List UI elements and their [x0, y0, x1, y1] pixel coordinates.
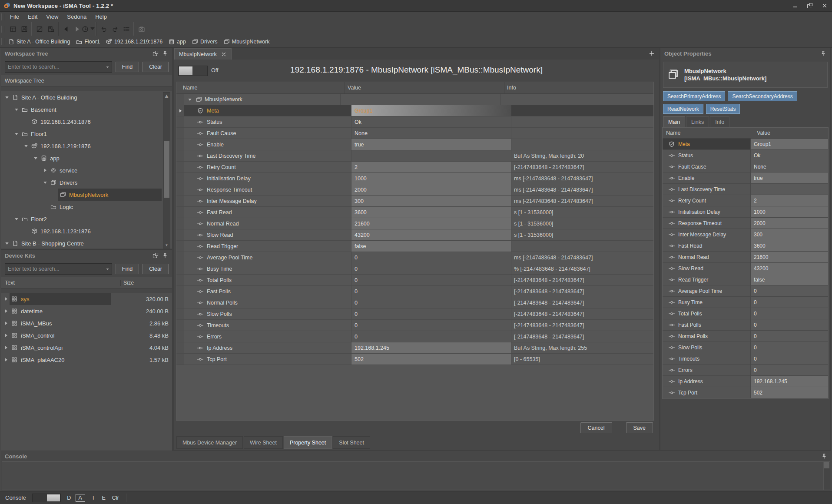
- device-kits-find-button[interactable]: Find: [116, 264, 139, 274]
- property-row-fast-read[interactable]: Fast Read3600s [1 - 31536000]: [176, 207, 653, 218]
- expander-icon[interactable]: [186, 97, 193, 102]
- expander-icon[interactable]: [3, 333, 10, 338]
- expander-icon[interactable]: [13, 107, 20, 112]
- sheet-tab-property-sheet[interactable]: Property Sheet: [284, 436, 332, 449]
- property-value[interactable]: 43200: [750, 263, 828, 274]
- console-scrollbar[interactable]: [823, 462, 830, 490]
- pin-icon[interactable]: [821, 453, 827, 459]
- console-output[interactable]: [2, 461, 830, 490]
- property-value[interactable]: 21600: [750, 252, 828, 262]
- expander-icon[interactable]: [3, 297, 10, 301]
- property-value[interactable]: 2000: [750, 218, 828, 229]
- column-header-info[interactable]: Info: [504, 82, 653, 93]
- expander-icon[interactable]: [3, 241, 10, 245]
- property-value[interactable]: 192.168.1.245: [750, 376, 828, 387]
- expander-icon[interactable]: [42, 180, 49, 185]
- kit-row-isma_mbus[interactable]: iSMA_MBus2.86 kB: [1, 317, 172, 329]
- console-filter-clr[interactable]: Clr: [112, 495, 119, 501]
- property-row-last-discovery-time[interactable]: Last Discovery TimeBuf As String, Max le…: [176, 150, 653, 162]
- property-row-timeouts[interactable]: Timeouts0[-2147483648 - 2147483647]: [176, 320, 653, 331]
- tree-node-logic[interactable]: Logic: [1, 201, 172, 213]
- property-row-status[interactable]: StatusOk: [176, 116, 653, 128]
- float-panel-icon[interactable]: [152, 50, 159, 56]
- tree-node-192-168-1-123-1876[interactable]: 192.168.1.123:1876: [1, 225, 172, 237]
- chevron-down-icon[interactable]: [106, 65, 109, 69]
- toolbar-grip[interactable]: [1, 26, 4, 33]
- breadcrumb-item[interactable]: MbusIpNetwork: [224, 39, 270, 45]
- menu-item-help[interactable]: Help: [91, 12, 111, 22]
- property-root-row[interactable]: MbusIpNetwork: [176, 94, 653, 105]
- object-property-row-tcp-port[interactable]: Tcp Port502: [663, 387, 828, 398]
- object-property-row-average-pool-time[interactable]: Average Pool Time0: [663, 285, 828, 297]
- pin-icon[interactable]: [162, 50, 168, 56]
- float-panel-icon[interactable]: [152, 252, 159, 259]
- close-button[interactable]: [817, 0, 832, 11]
- tab-links[interactable]: Links: [686, 116, 709, 128]
- breadcrumb-item[interactable]: 192.168.1.219:1876: [106, 39, 162, 45]
- property-row-normal-polls[interactable]: Normal Polls0[-2147483648 - 2147483647]: [176, 297, 653, 308]
- object-property-row-normal-polls[interactable]: Normal Polls0: [663, 331, 828, 342]
- property-value[interactable]: 502: [351, 354, 511, 365]
- searchsecondaryaddress-button[interactable]: SearchSecondaryAddress: [728, 91, 797, 101]
- object-property-row-slow-polls[interactable]: Slow Polls0: [663, 342, 828, 353]
- expander-icon[interactable]: [3, 345, 10, 350]
- property-row-inter-message-delay[interactable]: Inter Message Delay300ms [-2147483648 - …: [176, 196, 653, 207]
- object-property-row-busy-time[interactable]: Busy Time0: [663, 297, 828, 308]
- object-property-row-inter-message-delay[interactable]: Inter Message Delay300: [663, 229, 828, 240]
- object-property-row-normal-read[interactable]: Normal Read21600: [663, 252, 828, 263]
- property-row-fault-cause[interactable]: Fault CauseNone: [176, 128, 653, 139]
- save-button[interactable]: Save: [626, 422, 653, 433]
- tab-info[interactable]: Info: [710, 116, 729, 128]
- property-value[interactable]: 43200: [351, 229, 511, 240]
- object-property-row-ip-address[interactable]: Ip Address192.168.1.245: [663, 376, 828, 387]
- property-value[interactable]: Group1: [351, 105, 511, 116]
- object-property-row-response-timeout[interactable]: Response Timeout2000: [663, 218, 828, 229]
- tree-node-mbusipnetwork[interactable]: MbusIpNetwork: [1, 189, 172, 201]
- expander-icon[interactable]: [13, 217, 20, 221]
- tree-node-192-168-1-243-1876[interactable]: 192.168.1.243:1876: [1, 116, 172, 128]
- property-value[interactable]: 2: [750, 195, 828, 206]
- column-header-value[interactable]: Value: [754, 128, 828, 138]
- property-row-errors[interactable]: Errors0[-2147483648 - 2147483647]: [176, 331, 653, 342]
- tree-node-basement[interactable]: Basement: [1, 103, 172, 116]
- column-header-size[interactable]: Size: [121, 280, 172, 286]
- save-workspace-button[interactable]: [19, 24, 30, 34]
- pin-icon[interactable]: [162, 252, 168, 259]
- expander-icon[interactable]: [13, 132, 20, 136]
- property-value[interactable]: 21600: [351, 218, 511, 229]
- property-value[interactable]: 300: [750, 229, 828, 240]
- expander-icon[interactable]: [3, 321, 10, 325]
- object-property-row-slow-read[interactable]: Slow Read43200: [663, 263, 828, 274]
- console-filter-e[interactable]: E: [102, 495, 106, 501]
- history-button[interactable]: [83, 24, 94, 34]
- property-row-initialisation-delay[interactable]: Initialisation Delay1000ms [-2147483648 …: [176, 173, 653, 184]
- minimize-button[interactable]: [788, 0, 802, 11]
- property-row-fast-polls[interactable]: Fast Polls0[-2147483648 - 2147483647]: [176, 286, 653, 297]
- tree-node-floor2[interactable]: Floor2: [1, 213, 172, 225]
- property-value[interactable]: true: [750, 172, 828, 183]
- column-header-value[interactable]: Value: [345, 82, 504, 93]
- property-value[interactable]: 192.168.1.245: [351, 342, 511, 353]
- property-value[interactable]: 502: [750, 387, 828, 398]
- object-property-row-enable[interactable]: Enabletrue: [663, 172, 828, 184]
- scrollbar-thumb[interactable]: [164, 141, 169, 198]
- column-header-text[interactable]: Text: [1, 280, 121, 286]
- network-enable-toggle[interactable]: [178, 66, 208, 76]
- menu-item-view[interactable]: View: [42, 12, 63, 22]
- property-value[interactable]: 300: [351, 196, 511, 206]
- property-row-ip-address[interactable]: Ip Address192.168.1.245Buf As String, Ma…: [176, 342, 653, 354]
- sheet-tab-mbus-device-manager[interactable]: Mbus Device Manager: [176, 436, 243, 449]
- object-property-row-timeouts[interactable]: Timeouts0: [663, 353, 828, 365]
- property-row-slow-read[interactable]: Slow Read43200s [1 - 31536000]: [176, 229, 653, 241]
- kit-row-sys[interactable]: sys320.00 B: [1, 293, 172, 305]
- device-kits-search-input[interactable]: [5, 266, 106, 272]
- menu-item-sedona[interactable]: Sedona: [63, 12, 91, 22]
- workspace-tree-scrollbar[interactable]: ▲ ▼: [163, 92, 170, 249]
- property-row-retry-count[interactable]: Retry Count2[-2147483648 - 2147483647]: [176, 162, 653, 173]
- cancel-button[interactable]: Cancel: [580, 422, 612, 433]
- nav-back-button[interactable]: [61, 24, 71, 34]
- workspace-tree-find-button[interactable]: Find: [116, 62, 139, 72]
- property-row-enable[interactable]: Enabletrue: [176, 139, 653, 150]
- object-property-row-fault-cause[interactable]: Fault CauseNone: [663, 161, 828, 172]
- workspace-tree-clear-button[interactable]: Clear: [143, 62, 169, 72]
